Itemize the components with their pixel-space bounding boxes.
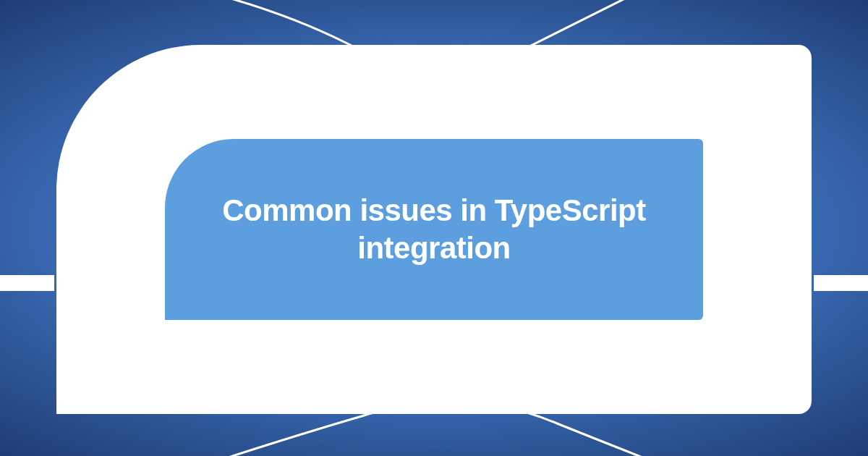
- decorative-bar-right: [814, 275, 868, 291]
- inner-panel: Common issues in TypeScript integration: [165, 139, 703, 320]
- decorative-bar-left: [0, 275, 54, 291]
- title-text: Common issues in TypeScript integration: [165, 192, 703, 268]
